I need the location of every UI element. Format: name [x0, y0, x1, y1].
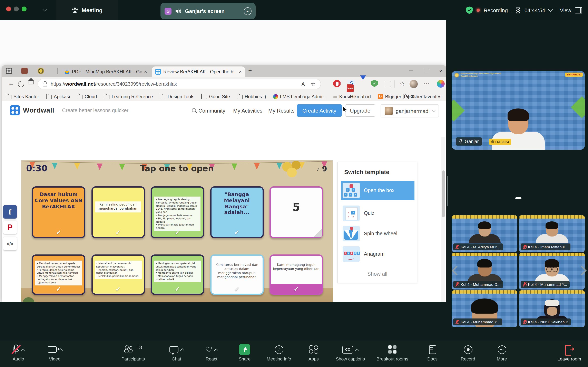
read-aloud-icon[interactable]: A	[302, 81, 305, 87]
close-window-button[interactable]	[6, 7, 11, 11]
pinned-tab-favicon[interactable]	[21, 68, 28, 74]
bookmark-folder[interactable]: Learning Reference	[104, 94, 153, 99]
game-card[interactable]: Kami memegang teguh kepercayaan yang dib…	[269, 254, 323, 295]
video-tile[interactable]: Kel 4 - Muhammad Y...	[519, 253, 585, 290]
video-button[interactable]: Video	[32, 344, 77, 361]
nav-my-activities[interactable]: My Activities	[233, 108, 262, 114]
panel-scrollbar-thumb[interactable]	[447, 176, 448, 206]
download-extension-icon[interactable]	[360, 80, 367, 87]
tab-meeting[interactable]: Meeting	[56, 0, 118, 20]
bookmarks-overflow-chevron-icon[interactable]	[389, 94, 393, 99]
captions-options-chevron-icon[interactable]	[355, 348, 359, 352]
facebook-share-button[interactable]: f	[3, 205, 17, 218]
video-tile[interactable]: Kel 4 - M. Aditya Mun...	[452, 215, 517, 252]
adguard-extension-icon[interactable]: ✓	[371, 80, 378, 87]
game-card[interactable]: "Bangga Melayani Bangsa" adalah... ✓	[210, 186, 264, 238]
s-extension-icon[interactable]: S New	[348, 80, 355, 87]
main-video-ganjar[interactable]: Kementerian Energi dan Sumber Daya Miner…	[452, 71, 585, 150]
video-tile[interactable]: Kel 4 - Imam Miftahul...	[519, 215, 585, 252]
back-icon[interactable]: ←	[8, 80, 14, 87]
bookmark-folder[interactable]: Design Tools	[160, 94, 194, 99]
create-activity-button[interactable]: Create Activity	[297, 104, 342, 117]
nav-my-results[interactable]: My Results	[268, 108, 295, 114]
bookmark-folder[interactable]: Hobbies :)	[237, 94, 266, 99]
extensions-puzzle-icon[interactable]	[385, 81, 391, 87]
template-quiz[interactable]: × ✓ × × Quiz	[341, 204, 415, 223]
maximize-icon[interactable]	[424, 69, 429, 73]
favorites-list-icon[interactable]: ☆	[399, 80, 405, 87]
game-card[interactable]: Kami terus berinovasi dan antusias dalam…	[210, 254, 264, 295]
nav-community[interactable]: Community	[199, 108, 225, 114]
chat-options-chevron-icon[interactable]	[180, 348, 184, 352]
show-all-link[interactable]: Show all	[338, 271, 417, 277]
adblock-extension-icon[interactable]	[333, 80, 341, 87]
home-icon[interactable]	[29, 81, 34, 84]
tab-ganjars-screen[interactable]: G Ganjar's screen •••	[160, 3, 256, 19]
view-layout-icon[interactable]	[575, 7, 582, 13]
blogger-favicon: B	[378, 94, 383, 99]
pinned-tab-favicon-2[interactable]	[38, 68, 44, 74]
video-tile[interactable]: Kel 4 - Muhammad Y...	[452, 290, 517, 327]
bookmark-lms[interactable]: LMS Lembaga Admi...	[273, 94, 326, 99]
bookmark-folder[interactable]: Cloud	[77, 94, 97, 99]
participants-button[interactable]: 13 Participants	[111, 344, 156, 361]
bookmark-kursihikmah[interactable]: KursiHikmah.id	[333, 94, 371, 99]
scrollbar-track[interactable]	[441, 137, 445, 302]
favorite-star-icon[interactable]: ☆	[311, 81, 316, 87]
security-shield-icon[interactable]	[466, 7, 473, 14]
video-tile[interactable]: Kel 4 - Nurul Sakinah B	[519, 290, 585, 327]
game-card[interactable]: • Memegang teguh ideologi Pancasila, Und…	[151, 186, 204, 238]
video-tile[interactable]: Kel 4 - Muhammad D...	[452, 253, 517, 290]
leave-room-button[interactable]: Leave room	[547, 344, 588, 361]
embed-share-button[interactable]: </>	[3, 237, 17, 250]
browser-tab-pdf-mindmap[interactable]: PDF - MindMap BerAKHLAK - Go ×	[61, 67, 150, 77]
view-button[interactable]: View	[560, 7, 571, 13]
pinterest-share-button[interactable]: P	[3, 221, 17, 234]
minimize-icon[interactable]	[409, 71, 414, 71]
scrollbar-thumb[interactable]	[442, 170, 444, 217]
profile-avatar[interactable]	[410, 80, 418, 88]
timer-chevron-icon[interactable]	[548, 7, 553, 12]
game-card[interactable]: • Memahami dan memenuhi kebutuhan masyar…	[91, 254, 145, 295]
audio-options-chevron-icon[interactable]	[21, 348, 25, 352]
browser-tab-review-berakhlak[interactable]: Review BerAKHLAK - Open the b ×	[152, 67, 245, 77]
game-card-unopened[interactable]: 5	[269, 186, 323, 238]
game-card[interactable]: Kami saling peduli dan menghargai peruba…	[91, 186, 145, 238]
breakout-rooms-button[interactable]: Breakout rooms	[370, 344, 415, 361]
template-anagram[interactable]: H L L E O Anagram	[341, 245, 415, 263]
collapse-chevron-icon[interactable]	[43, 7, 47, 12]
close-icon[interactable]: ×	[439, 68, 442, 74]
zoom-window-button[interactable]	[22, 7, 26, 11]
minimize-window-button[interactable]	[14, 7, 19, 11]
template-open-the-box[interactable]: 1 2 3 4 5 Open the box	[341, 181, 415, 200]
game-card[interactable]: Dasar hukum Core Values ASN BerAKHLAK ✓	[32, 186, 85, 238]
video-options-chevron-icon[interactable]	[58, 348, 62, 352]
panel-resize-handle[interactable]	[515, 197, 521, 199]
game-card[interactable]: • Meningkatkan kompetensi diri untuk men…	[151, 254, 204, 295]
other-favorites[interactable]: Other favorites	[403, 94, 441, 99]
template-spin-the-wheel[interactable]: Spin the wheel	[341, 224, 415, 243]
react-options-chevron-icon[interactable]	[214, 348, 218, 352]
tab-actions-icon[interactable]	[6, 68, 12, 74]
screen-tab-menu-icon[interactable]: •••	[244, 7, 251, 15]
refresh-icon[interactable]	[17, 80, 25, 89]
settings-menu-icon[interactable]: ...	[424, 79, 429, 85]
recording-label[interactable]: Recording...	[484, 7, 512, 13]
bookmark-folder[interactable]: Good Site	[201, 94, 230, 99]
bookmark-folder[interactable]: Aplikasi	[46, 94, 70, 99]
copilot-icon[interactable]	[437, 80, 445, 88]
show-captions-button[interactable]: CC Show captions	[328, 344, 373, 361]
user-menu[interactable]: ganjarhermadi	[380, 104, 439, 117]
bookmark-folder[interactable]: Situs Kantor	[6, 94, 39, 99]
search-icon[interactable]	[192, 108, 196, 112]
close-tab-icon[interactable]: ×	[239, 69, 242, 75]
wordwall-logo-icon	[10, 105, 20, 115]
game-card[interactable]: • Memberi kesempatan kepada berbagai pih…	[32, 254, 85, 295]
upgrade-button[interactable]: Upgrade	[345, 104, 375, 117]
more-button[interactable]: ••• More	[479, 344, 524, 361]
wordwall-logo[interactable]: Wordwall	[10, 105, 54, 115]
url-text[interactable]: https://wordwall.net/resource/34023999/r…	[51, 81, 298, 87]
address-bar[interactable]: https://wordwall.net/resource/34023999/r…	[38, 79, 321, 89]
new-tab-button[interactable]: +	[248, 67, 252, 74]
close-tab-icon[interactable]: ×	[144, 69, 147, 75]
